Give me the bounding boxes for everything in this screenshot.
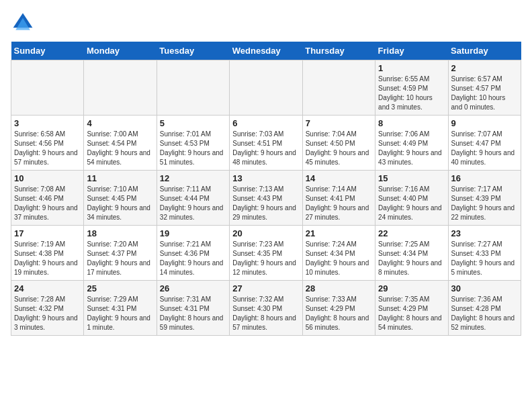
day-number: 10 xyxy=(14,173,81,183)
day-detail: Sunrise: 7:17 AM Sunset: 4:39 PM Dayligh… xyxy=(451,185,518,222)
calendar-cell: 19Sunrise: 7:21 AM Sunset: 4:36 PM Dayli… xyxy=(157,226,229,281)
day-number: 24 xyxy=(14,283,81,293)
day-detail: Sunrise: 7:14 AM Sunset: 4:41 PM Dayligh… xyxy=(306,185,372,222)
weekday-header: Monday xyxy=(84,42,157,60)
day-number: 7 xyxy=(306,118,372,128)
calendar-cell: 21Sunrise: 7:24 AM Sunset: 4:34 PM Dayli… xyxy=(302,226,375,281)
day-detail: Sunrise: 7:29 AM Sunset: 4:31 PM Dayligh… xyxy=(87,295,153,332)
day-detail: Sunrise: 7:06 AM Sunset: 4:49 PM Dayligh… xyxy=(378,130,445,167)
calendar-cell: 15Sunrise: 7:16 AM Sunset: 4:40 PM Dayli… xyxy=(375,171,448,226)
day-detail: Sunrise: 7:03 AM Sunset: 4:51 PM Dayligh… xyxy=(232,130,299,167)
day-detail: Sunrise: 7:11 AM Sunset: 4:44 PM Dayligh… xyxy=(160,185,226,222)
logo-icon xyxy=(11,11,35,35)
calendar-cell: 27Sunrise: 7:32 AM Sunset: 4:30 PM Dayli… xyxy=(230,281,302,336)
day-detail: Sunrise: 7:32 AM Sunset: 4:30 PM Dayligh… xyxy=(232,295,299,332)
day-number: 3 xyxy=(14,118,81,128)
calendar-cell: 29Sunrise: 7:35 AM Sunset: 4:29 PM Dayli… xyxy=(375,281,448,336)
day-number: 18 xyxy=(87,228,153,238)
weekday-header: Wednesday xyxy=(230,42,302,60)
day-number: 11 xyxy=(87,173,153,183)
calendar-cell: 5Sunrise: 7:01 AM Sunset: 4:53 PM Daylig… xyxy=(157,116,229,171)
calendar-cell: 1Sunrise: 6:55 AM Sunset: 4:59 PM Daylig… xyxy=(375,60,448,116)
day-number: 27 xyxy=(232,283,299,293)
day-detail: Sunrise: 7:25 AM Sunset: 4:34 PM Dayligh… xyxy=(378,240,445,277)
calendar-cell xyxy=(302,60,375,116)
calendar-week-row: 10Sunrise: 7:08 AM Sunset: 4:46 PM Dayli… xyxy=(11,171,521,226)
day-detail: Sunrise: 7:01 AM Sunset: 4:53 PM Dayligh… xyxy=(160,130,226,167)
day-detail: Sunrise: 7:16 AM Sunset: 4:40 PM Dayligh… xyxy=(378,185,445,222)
day-number: 23 xyxy=(451,228,518,238)
day-detail: Sunrise: 7:35 AM Sunset: 4:29 PM Dayligh… xyxy=(378,295,445,332)
calendar-header: SundayMondayTuesdayWednesdayThursdayFrid… xyxy=(11,42,521,60)
day-number: 12 xyxy=(160,173,226,183)
day-number: 1 xyxy=(378,63,445,73)
header xyxy=(11,11,521,35)
calendar-cell: 23Sunrise: 7:27 AM Sunset: 4:33 PM Dayli… xyxy=(448,226,521,281)
calendar-cell: 25Sunrise: 7:29 AM Sunset: 4:31 PM Dayli… xyxy=(84,281,157,336)
day-detail: Sunrise: 7:00 AM Sunset: 4:54 PM Dayligh… xyxy=(87,130,153,167)
weekday-header: Saturday xyxy=(448,42,521,60)
day-detail: Sunrise: 7:27 AM Sunset: 4:33 PM Dayligh… xyxy=(451,240,518,277)
day-detail: Sunrise: 7:21 AM Sunset: 4:36 PM Dayligh… xyxy=(160,240,226,277)
day-number: 2 xyxy=(451,63,518,73)
day-number: 16 xyxy=(451,173,518,183)
calendar-cell: 14Sunrise: 7:14 AM Sunset: 4:41 PM Dayli… xyxy=(302,171,375,226)
day-detail: Sunrise: 7:08 AM Sunset: 4:46 PM Dayligh… xyxy=(14,185,81,222)
calendar-week-row: 1Sunrise: 6:55 AM Sunset: 4:59 PM Daylig… xyxy=(11,60,521,116)
calendar-cell: 11Sunrise: 7:10 AM Sunset: 4:45 PM Dayli… xyxy=(84,171,157,226)
day-number: 9 xyxy=(451,118,518,128)
day-detail: Sunrise: 6:58 AM Sunset: 4:56 PM Dayligh… xyxy=(14,130,81,167)
calendar-cell: 26Sunrise: 7:31 AM Sunset: 4:31 PM Dayli… xyxy=(157,281,229,336)
weekday-header: Sunday xyxy=(11,42,84,60)
weekday-header: Tuesday xyxy=(157,42,229,60)
calendar-cell: 7Sunrise: 7:04 AM Sunset: 4:50 PM Daylig… xyxy=(302,116,375,171)
calendar-cell: 18Sunrise: 7:20 AM Sunset: 4:37 PM Dayli… xyxy=(84,226,157,281)
weekday-header: Thursday xyxy=(302,42,375,60)
calendar-cell: 2Sunrise: 6:57 AM Sunset: 4:57 PM Daylig… xyxy=(448,60,521,116)
day-detail: Sunrise: 7:24 AM Sunset: 4:34 PM Dayligh… xyxy=(306,240,372,277)
calendar-body: 1Sunrise: 6:55 AM Sunset: 4:59 PM Daylig… xyxy=(11,60,521,336)
calendar-cell: 28Sunrise: 7:33 AM Sunset: 4:29 PM Dayli… xyxy=(302,281,375,336)
logo xyxy=(11,11,38,35)
day-detail: Sunrise: 7:28 AM Sunset: 4:32 PM Dayligh… xyxy=(14,295,81,332)
calendar-cell: 8Sunrise: 7:06 AM Sunset: 4:49 PM Daylig… xyxy=(375,116,448,171)
day-detail: Sunrise: 7:33 AM Sunset: 4:29 PM Dayligh… xyxy=(306,295,372,332)
calendar-cell: 12Sunrise: 7:11 AM Sunset: 4:44 PM Dayli… xyxy=(157,171,229,226)
day-detail: Sunrise: 6:57 AM Sunset: 4:57 PM Dayligh… xyxy=(451,75,518,112)
day-number: 22 xyxy=(378,228,445,238)
calendar-cell xyxy=(84,60,157,116)
day-number: 6 xyxy=(232,118,299,128)
weekday-header: Friday xyxy=(375,42,448,60)
calendar-cell: 10Sunrise: 7:08 AM Sunset: 4:46 PM Dayli… xyxy=(11,171,84,226)
day-number: 4 xyxy=(87,118,153,128)
day-number: 25 xyxy=(87,283,153,293)
day-number: 15 xyxy=(378,173,445,183)
calendar-cell: 9Sunrise: 7:07 AM Sunset: 4:47 PM Daylig… xyxy=(448,116,521,171)
day-detail: Sunrise: 7:23 AM Sunset: 4:35 PM Dayligh… xyxy=(232,240,299,277)
day-number: 20 xyxy=(232,228,299,238)
calendar-cell xyxy=(230,60,302,116)
calendar-cell xyxy=(157,60,229,116)
day-number: 8 xyxy=(378,118,445,128)
calendar-cell: 16Sunrise: 7:17 AM Sunset: 4:39 PM Dayli… xyxy=(448,171,521,226)
day-number: 14 xyxy=(306,173,372,183)
day-detail: Sunrise: 7:10 AM Sunset: 4:45 PM Dayligh… xyxy=(87,185,153,222)
calendar-cell: 22Sunrise: 7:25 AM Sunset: 4:34 PM Dayli… xyxy=(375,226,448,281)
day-detail: Sunrise: 7:19 AM Sunset: 4:38 PM Dayligh… xyxy=(14,240,81,277)
calendar-week-row: 3Sunrise: 6:58 AM Sunset: 4:56 PM Daylig… xyxy=(11,116,521,171)
calendar-cell: 20Sunrise: 7:23 AM Sunset: 4:35 PM Dayli… xyxy=(230,226,302,281)
day-number: 30 xyxy=(451,283,518,293)
calendar-cell: 24Sunrise: 7:28 AM Sunset: 4:32 PM Dayli… xyxy=(11,281,84,336)
calendar-cell: 17Sunrise: 7:19 AM Sunset: 4:38 PM Dayli… xyxy=(11,226,84,281)
day-number: 19 xyxy=(160,228,226,238)
day-number: 29 xyxy=(378,283,445,293)
day-number: 17 xyxy=(14,228,81,238)
calendar-cell: 30Sunrise: 7:36 AM Sunset: 4:28 PM Dayli… xyxy=(448,281,521,336)
day-detail: Sunrise: 6:55 AM Sunset: 4:59 PM Dayligh… xyxy=(378,75,445,112)
calendar-cell: 3Sunrise: 6:58 AM Sunset: 4:56 PM Daylig… xyxy=(11,116,84,171)
day-number: 13 xyxy=(232,173,299,183)
day-detail: Sunrise: 7:20 AM Sunset: 4:37 PM Dayligh… xyxy=(87,240,153,277)
calendar-cell: 6Sunrise: 7:03 AM Sunset: 4:51 PM Daylig… xyxy=(230,116,302,171)
day-detail: Sunrise: 7:07 AM Sunset: 4:47 PM Dayligh… xyxy=(451,130,518,167)
calendar-week-row: 24Sunrise: 7:28 AM Sunset: 4:32 PM Dayli… xyxy=(11,281,521,336)
